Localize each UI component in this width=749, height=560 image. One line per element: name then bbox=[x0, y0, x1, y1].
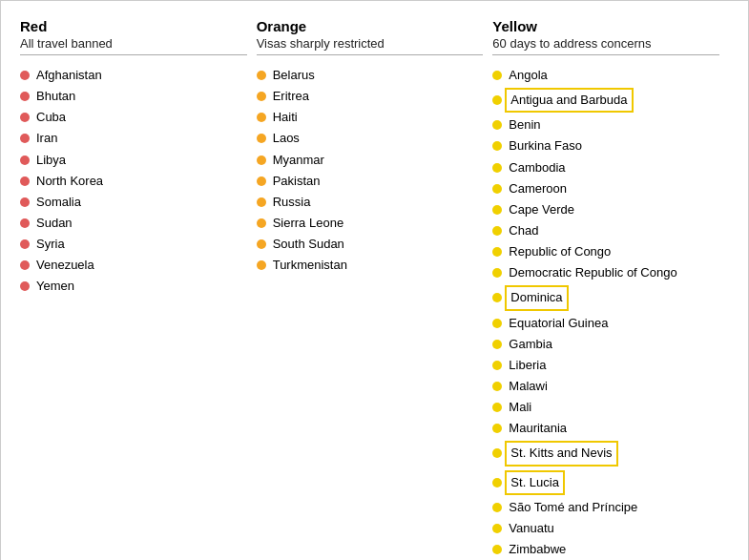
orange-title: Orange bbox=[257, 18, 484, 34]
yellow-dot bbox=[492, 403, 502, 412]
country-name: Laos bbox=[273, 129, 300, 148]
list-item: Iran bbox=[20, 128, 247, 149]
yellow-dot bbox=[492, 71, 502, 80]
yellow-dot bbox=[492, 226, 502, 236]
orange-dot bbox=[257, 197, 266, 207]
orange-dot bbox=[257, 134, 266, 143]
list-item: South Sudan bbox=[257, 234, 484, 255]
country-name: Chad bbox=[509, 221, 538, 240]
country-name: Venezuela bbox=[36, 256, 94, 275]
yellow-dot bbox=[492, 503, 502, 512]
yellow-dot bbox=[492, 95, 502, 105]
list-item: Benin bbox=[492, 114, 719, 135]
red-dot bbox=[20, 239, 30, 249]
list-item: Yemen bbox=[20, 276, 247, 297]
orange-dot bbox=[257, 71, 266, 80]
list-item: Republic of Congo bbox=[492, 241, 719, 262]
list-item: Cameroon bbox=[492, 178, 719, 199]
list-item: Belarus bbox=[257, 65, 484, 86]
list-item: Mali bbox=[492, 397, 719, 418]
list-item: Democratic Republic of Congo bbox=[492, 262, 719, 283]
yellow-dot bbox=[492, 340, 502, 349]
orange-dot bbox=[257, 176, 266, 186]
country-name: Iran bbox=[36, 129, 57, 148]
orange-dot bbox=[257, 239, 266, 249]
country-name: Cambodia bbox=[509, 158, 565, 177]
country-name: Yemen bbox=[36, 277, 74, 296]
country-name: Republic of Congo bbox=[509, 242, 611, 261]
yellow-dot bbox=[492, 205, 502, 215]
list-item: Myanmar bbox=[257, 150, 484, 171]
country-name: Mauritania bbox=[509, 419, 567, 438]
country-name: Cape Verde bbox=[509, 200, 574, 219]
red-dot bbox=[20, 113, 30, 122]
list-item: St. Kitts and Nevis bbox=[492, 439, 719, 467]
yellow-dot bbox=[492, 524, 502, 533]
country-name: South Sudan bbox=[273, 235, 344, 254]
country-name: Russia bbox=[273, 193, 311, 212]
yellow-dot bbox=[492, 361, 502, 370]
red-divider bbox=[20, 54, 247, 55]
yellow-dot bbox=[492, 424, 502, 433]
country-name: Antigua and Barbuda bbox=[505, 88, 633, 113]
red-dot bbox=[20, 260, 30, 270]
red-dot bbox=[20, 92, 30, 101]
red-dot bbox=[20, 197, 30, 207]
main-container: RedAll travel bannedAfghanistanBhutanCub… bbox=[0, 0, 749, 560]
red-dot bbox=[20, 176, 30, 186]
orange-subtitle: Visas sharply restricted bbox=[257, 36, 484, 51]
list-item: Sudan bbox=[20, 213, 247, 234]
country-name: Turkmenistan bbox=[273, 256, 347, 275]
list-item: St. Lucia bbox=[492, 468, 719, 497]
yellow-dot bbox=[492, 545, 502, 554]
red-title: Red bbox=[20, 18, 247, 34]
list-item: Libya bbox=[20, 150, 247, 171]
list-item: Somalia bbox=[20, 192, 247, 213]
list-item: North Korea bbox=[20, 171, 247, 192]
yellow-dot bbox=[492, 478, 502, 487]
country-name: St. Kitts and Nevis bbox=[505, 441, 617, 466]
list-item: Antigua and Barbuda bbox=[492, 86, 719, 114]
country-name: Equatorial Guinea bbox=[509, 314, 608, 333]
list-item: Eritrea bbox=[257, 86, 484, 107]
country-name: Myanmar bbox=[273, 151, 324, 170]
red-dot bbox=[20, 134, 30, 143]
list-item: Bhutan bbox=[20, 86, 247, 107]
country-name: Syria bbox=[36, 235, 65, 254]
yellow-dot bbox=[492, 293, 502, 302]
yellow-list: AngolaAntigua and BarbudaBeninBurkina Fa… bbox=[492, 65, 719, 560]
country-name: Eritrea bbox=[273, 87, 309, 106]
red-subtitle: All travel banned bbox=[20, 36, 247, 51]
country-name: Vanuatu bbox=[509, 519, 553, 538]
country-name: Zimbabwe bbox=[509, 540, 566, 559]
list-item: Cape Verde bbox=[492, 199, 719, 220]
orange-list: BelarusEritreaHaitiLaosMyanmarPakistanRu… bbox=[257, 65, 484, 276]
yellow-subtitle: 60 days to address concerns bbox=[492, 36, 719, 51]
orange-dot bbox=[257, 92, 266, 101]
list-item: Dominica bbox=[492, 283, 719, 312]
country-name: Belarus bbox=[273, 66, 315, 85]
country-name: Cameroon bbox=[509, 179, 567, 198]
red-list: AfghanistanBhutanCubaIranLibyaNorth Kore… bbox=[20, 65, 247, 298]
list-item: Zimbabwe bbox=[492, 539, 719, 560]
country-name: Malawi bbox=[509, 377, 547, 396]
country-name: Cuba bbox=[36, 108, 66, 127]
country-name: Somalia bbox=[36, 193, 81, 212]
yellow-dot bbox=[492, 120, 502, 130]
yellow-dot bbox=[492, 382, 502, 391]
orange-dot bbox=[257, 156, 266, 165]
list-item: Malawi bbox=[492, 376, 719, 397]
country-name: Bhutan bbox=[36, 87, 75, 106]
yellow-dot bbox=[492, 163, 502, 173]
yellow-divider bbox=[492, 54, 719, 55]
country-name: Sierra Leone bbox=[273, 214, 343, 233]
list-item: Laos bbox=[257, 128, 484, 149]
list-item: São Tomé and Príncipe bbox=[492, 497, 719, 518]
orange-divider bbox=[257, 54, 484, 55]
yellow-dot bbox=[492, 141, 502, 151]
list-item: Haiti bbox=[257, 107, 484, 128]
list-item: Pakistan bbox=[257, 171, 484, 192]
yellow-dot bbox=[492, 448, 502, 458]
list-item: Mauritania bbox=[492, 418, 719, 439]
column-yellow: Yellow60 days to address concernsAngolaA… bbox=[492, 18, 729, 560]
